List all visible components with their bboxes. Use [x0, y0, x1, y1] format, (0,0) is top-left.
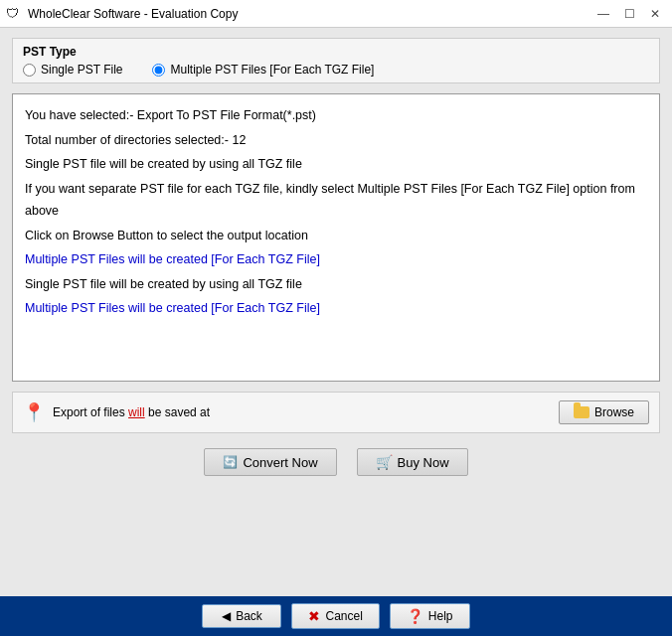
- multiple-pst-label: Multiple PST Files [For Each TGZ File]: [170, 63, 374, 77]
- convert-icon: 🔄: [223, 455, 238, 469]
- info-line: Multiple PST Files will be created [For …: [25, 248, 647, 271]
- single-pst-radio[interactable]: [23, 64, 36, 77]
- maximize-button[interactable]: ☐: [618, 5, 640, 23]
- info-line: If you want separate PST file for each T…: [25, 178, 647, 223]
- browse-label: Browse: [594, 405, 634, 419]
- pst-type-section: PST Type Single PST File Multiple PST Fi…: [12, 38, 660, 83]
- info-line: Total number of directories selected:- 1…: [25, 129, 647, 152]
- pin-icon: 📍: [23, 401, 45, 423]
- export-text: Export of files will be saved at: [53, 405, 210, 419]
- info-line: Multiple PST Files will be created [For …: [25, 297, 647, 320]
- window-controls: — ☐ ✕: [592, 5, 666, 23]
- export-text-before: Export of files: [53, 405, 128, 419]
- convert-now-label: Convert Now: [243, 455, 317, 470]
- cancel-label: Cancel: [325, 609, 362, 623]
- info-line: You have selected:- Export To PST File F…: [25, 104, 647, 127]
- help-button[interactable]: ❓ Help: [390, 603, 470, 629]
- help-icon: ❓: [407, 608, 423, 624]
- window-title: WholeClear Software - Evaluation Copy: [28, 7, 238, 21]
- help-label: Help: [428, 609, 453, 623]
- single-pst-label: Single PST File: [41, 63, 122, 77]
- multiple-pst-option[interactable]: Multiple PST Files [For Each TGZ File]: [152, 63, 374, 77]
- export-text-will: will: [128, 405, 145, 419]
- buy-now-label: Buy Now: [398, 455, 449, 470]
- single-pst-option[interactable]: Single PST File: [23, 63, 122, 77]
- pst-type-label: PST Type: [23, 45, 649, 59]
- export-section: 📍 Export of files will be saved at Brows…: [12, 392, 660, 433]
- browse-button[interactable]: Browse: [559, 400, 649, 424]
- info-line: Click on Browse Button to select the out…: [25, 225, 647, 247]
- close-button[interactable]: ✕: [644, 5, 666, 23]
- radio-group: Single PST File Multiple PST Files [For …: [23, 63, 649, 77]
- minimize-button[interactable]: —: [592, 5, 614, 23]
- cancel-icon: ✖: [308, 608, 320, 624]
- multiple-pst-radio[interactable]: [152, 64, 165, 77]
- action-buttons: 🔄 Convert Now 🛒 Buy Now: [12, 448, 660, 476]
- info-line: Single PST file will be created by using…: [25, 273, 647, 296]
- main-container: PST Type Single PST File Multiple PST Fi…: [0, 28, 672, 596]
- nav-bar: ◀ Back ✖ Cancel ❓ Help: [0, 596, 672, 636]
- back-icon: ◀: [222, 609, 231, 623]
- export-text-after: be saved at: [145, 405, 210, 419]
- cart-icon: 🛒: [376, 454, 393, 470]
- back-button[interactable]: ◀ Back: [202, 604, 281, 628]
- buy-now-button[interactable]: 🛒 Buy Now: [357, 448, 468, 476]
- info-line: Single PST file will be created by using…: [25, 153, 647, 176]
- convert-now-button[interactable]: 🔄 Convert Now: [204, 448, 336, 476]
- app-icon: 🛡: [6, 6, 22, 22]
- back-label: Back: [236, 609, 262, 623]
- cancel-button[interactable]: ✖ Cancel: [291, 603, 379, 629]
- info-box: You have selected:- Export To PST File F…: [12, 93, 660, 382]
- title-bar: 🛡 WholeClear Software - Evaluation Copy …: [0, 0, 672, 28]
- folder-icon: [574, 406, 589, 418]
